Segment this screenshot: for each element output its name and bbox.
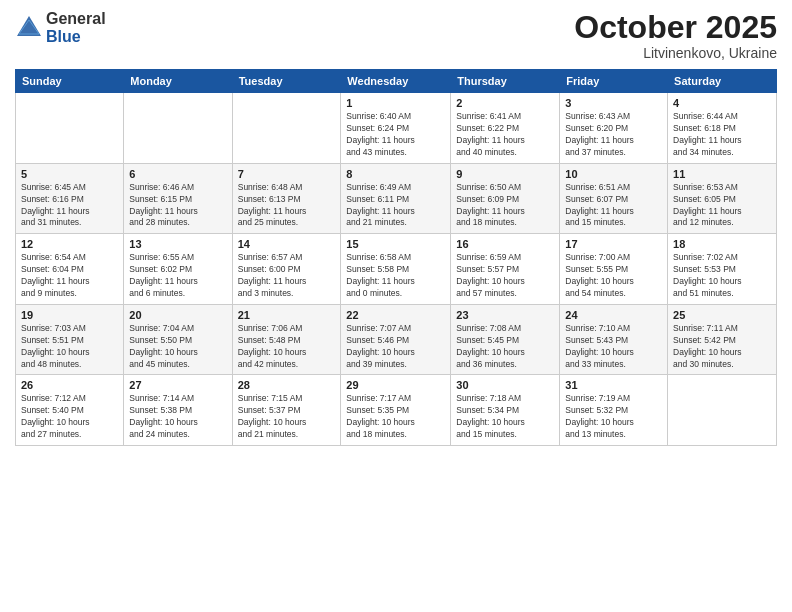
day-number: 19 <box>21 309 118 321</box>
day-info: Sunrise: 7:17 AM Sunset: 5:35 PM Dayligh… <box>346 393 445 441</box>
day-info: Sunrise: 6:45 AM Sunset: 6:16 PM Dayligh… <box>21 182 118 230</box>
calendar-cell: 22Sunrise: 7:07 AM Sunset: 5:46 PM Dayli… <box>341 304 451 375</box>
col-monday: Monday <box>124 70 232 93</box>
day-number: 27 <box>129 379 226 391</box>
day-info: Sunrise: 7:11 AM Sunset: 5:42 PM Dayligh… <box>673 323 771 371</box>
day-info: Sunrise: 6:58 AM Sunset: 5:58 PM Dayligh… <box>346 252 445 300</box>
svg-marker-0 <box>17 16 41 36</box>
calendar-cell: 13Sunrise: 6:55 AM Sunset: 6:02 PM Dayli… <box>124 234 232 305</box>
day-info: Sunrise: 6:41 AM Sunset: 6:22 PM Dayligh… <box>456 111 554 159</box>
day-info: Sunrise: 7:03 AM Sunset: 5:51 PM Dayligh… <box>21 323 118 371</box>
logo-general-label: General <box>46 10 106 28</box>
day-number: 11 <box>673 168 771 180</box>
day-number: 29 <box>346 379 445 391</box>
day-info: Sunrise: 7:07 AM Sunset: 5:46 PM Dayligh… <box>346 323 445 371</box>
day-number: 31 <box>565 379 662 391</box>
day-number: 3 <box>565 97 662 109</box>
col-tuesday: Tuesday <box>232 70 341 93</box>
day-number: 24 <box>565 309 662 321</box>
day-number: 6 <box>129 168 226 180</box>
calendar-cell: 27Sunrise: 7:14 AM Sunset: 5:38 PM Dayli… <box>124 375 232 446</box>
day-number: 1 <box>346 97 445 109</box>
col-wednesday: Wednesday <box>341 70 451 93</box>
day-info: Sunrise: 6:40 AM Sunset: 6:24 PM Dayligh… <box>346 111 445 159</box>
calendar-cell: 20Sunrise: 7:04 AM Sunset: 5:50 PM Dayli… <box>124 304 232 375</box>
day-number: 21 <box>238 309 336 321</box>
day-info: Sunrise: 7:10 AM Sunset: 5:43 PM Dayligh… <box>565 323 662 371</box>
day-info: Sunrise: 6:48 AM Sunset: 6:13 PM Dayligh… <box>238 182 336 230</box>
logo-blue-label: Blue <box>46 28 106 46</box>
calendar-cell: 10Sunrise: 6:51 AM Sunset: 6:07 PM Dayli… <box>560 163 668 234</box>
location-subtitle: Litvinenkovo, Ukraine <box>574 45 777 61</box>
week-row-0: 1Sunrise: 6:40 AM Sunset: 6:24 PM Daylig… <box>16 93 777 164</box>
calendar-cell: 17Sunrise: 7:00 AM Sunset: 5:55 PM Dayli… <box>560 234 668 305</box>
logo-icon <box>15 14 43 42</box>
calendar-cell: 30Sunrise: 7:18 AM Sunset: 5:34 PM Dayli… <box>451 375 560 446</box>
day-number: 28 <box>238 379 336 391</box>
calendar-cell: 4Sunrise: 6:44 AM Sunset: 6:18 PM Daylig… <box>668 93 777 164</box>
calendar-cell: 9Sunrise: 6:50 AM Sunset: 6:09 PM Daylig… <box>451 163 560 234</box>
day-info: Sunrise: 7:04 AM Sunset: 5:50 PM Dayligh… <box>129 323 226 371</box>
calendar-cell <box>668 375 777 446</box>
day-number: 20 <box>129 309 226 321</box>
day-number: 17 <box>565 238 662 250</box>
calendar-cell: 7Sunrise: 6:48 AM Sunset: 6:13 PM Daylig… <box>232 163 341 234</box>
day-number: 4 <box>673 97 771 109</box>
day-info: Sunrise: 6:43 AM Sunset: 6:20 PM Dayligh… <box>565 111 662 159</box>
logo: General Blue <box>15 10 106 45</box>
day-info: Sunrise: 6:54 AM Sunset: 6:04 PM Dayligh… <box>21 252 118 300</box>
calendar-cell: 11Sunrise: 6:53 AM Sunset: 6:05 PM Dayli… <box>668 163 777 234</box>
header: General Blue October 2025 Litvinenkovo, … <box>15 10 777 61</box>
day-number: 14 <box>238 238 336 250</box>
calendar-cell: 23Sunrise: 7:08 AM Sunset: 5:45 PM Dayli… <box>451 304 560 375</box>
day-info: Sunrise: 7:14 AM Sunset: 5:38 PM Dayligh… <box>129 393 226 441</box>
day-info: Sunrise: 6:46 AM Sunset: 6:15 PM Dayligh… <box>129 182 226 230</box>
calendar-cell: 15Sunrise: 6:58 AM Sunset: 5:58 PM Dayli… <box>341 234 451 305</box>
calendar-cell: 18Sunrise: 7:02 AM Sunset: 5:53 PM Dayli… <box>668 234 777 305</box>
calendar-cell: 29Sunrise: 7:17 AM Sunset: 5:35 PM Dayli… <box>341 375 451 446</box>
day-number: 23 <box>456 309 554 321</box>
day-info: Sunrise: 7:06 AM Sunset: 5:48 PM Dayligh… <box>238 323 336 371</box>
day-info: Sunrise: 7:00 AM Sunset: 5:55 PM Dayligh… <box>565 252 662 300</box>
calendar-cell: 8Sunrise: 6:49 AM Sunset: 6:11 PM Daylig… <box>341 163 451 234</box>
week-row-4: 26Sunrise: 7:12 AM Sunset: 5:40 PM Dayli… <box>16 375 777 446</box>
day-number: 18 <box>673 238 771 250</box>
col-thursday: Thursday <box>451 70 560 93</box>
day-info: Sunrise: 7:12 AM Sunset: 5:40 PM Dayligh… <box>21 393 118 441</box>
day-info: Sunrise: 6:49 AM Sunset: 6:11 PM Dayligh… <box>346 182 445 230</box>
col-friday: Friday <box>560 70 668 93</box>
day-number: 30 <box>456 379 554 391</box>
calendar-cell: 26Sunrise: 7:12 AM Sunset: 5:40 PM Dayli… <box>16 375 124 446</box>
day-number: 2 <box>456 97 554 109</box>
calendar-cell: 25Sunrise: 7:11 AM Sunset: 5:42 PM Dayli… <box>668 304 777 375</box>
day-number: 16 <box>456 238 554 250</box>
header-row: Sunday Monday Tuesday Wednesday Thursday… <box>16 70 777 93</box>
title-block: October 2025 Litvinenkovo, Ukraine <box>574 10 777 61</box>
logo-text: General Blue <box>46 10 106 45</box>
day-number: 12 <box>21 238 118 250</box>
week-row-2: 12Sunrise: 6:54 AM Sunset: 6:04 PM Dayli… <box>16 234 777 305</box>
day-number: 13 <box>129 238 226 250</box>
day-number: 26 <box>21 379 118 391</box>
day-number: 25 <box>673 309 771 321</box>
day-number: 9 <box>456 168 554 180</box>
calendar-cell: 21Sunrise: 7:06 AM Sunset: 5:48 PM Dayli… <box>232 304 341 375</box>
month-title: October 2025 <box>574 10 777 45</box>
day-number: 15 <box>346 238 445 250</box>
day-info: Sunrise: 6:44 AM Sunset: 6:18 PM Dayligh… <box>673 111 771 159</box>
day-number: 7 <box>238 168 336 180</box>
calendar-cell: 19Sunrise: 7:03 AM Sunset: 5:51 PM Dayli… <box>16 304 124 375</box>
page: General Blue October 2025 Litvinenkovo, … <box>0 0 792 612</box>
day-info: Sunrise: 7:19 AM Sunset: 5:32 PM Dayligh… <box>565 393 662 441</box>
calendar-cell: 31Sunrise: 7:19 AM Sunset: 5:32 PM Dayli… <box>560 375 668 446</box>
day-info: Sunrise: 6:51 AM Sunset: 6:07 PM Dayligh… <box>565 182 662 230</box>
calendar-cell: 3Sunrise: 6:43 AM Sunset: 6:20 PM Daylig… <box>560 93 668 164</box>
day-number: 5 <box>21 168 118 180</box>
day-info: Sunrise: 6:59 AM Sunset: 5:57 PM Dayligh… <box>456 252 554 300</box>
calendar-cell: 14Sunrise: 6:57 AM Sunset: 6:00 PM Dayli… <box>232 234 341 305</box>
calendar-cell <box>16 93 124 164</box>
calendar-cell: 5Sunrise: 6:45 AM Sunset: 6:16 PM Daylig… <box>16 163 124 234</box>
calendar-cell: 16Sunrise: 6:59 AM Sunset: 5:57 PM Dayli… <box>451 234 560 305</box>
day-info: Sunrise: 7:02 AM Sunset: 5:53 PM Dayligh… <box>673 252 771 300</box>
calendar-cell: 24Sunrise: 7:10 AM Sunset: 5:43 PM Dayli… <box>560 304 668 375</box>
